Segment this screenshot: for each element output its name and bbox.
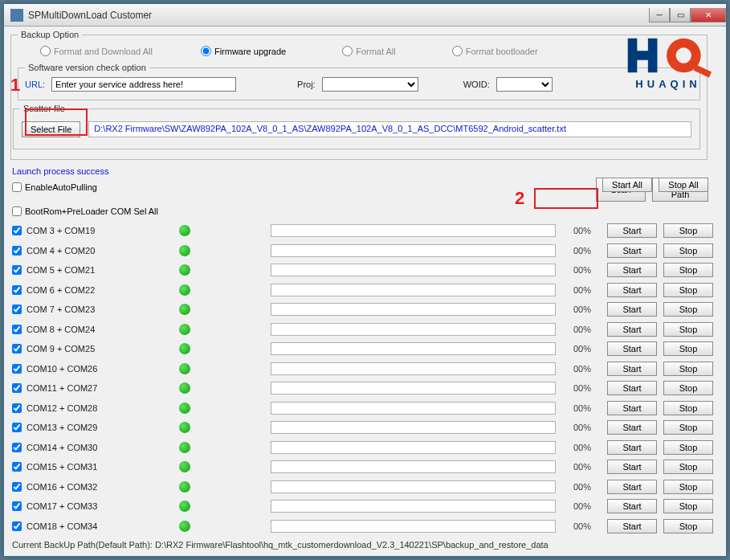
com-checkbox[interactable] (12, 344, 22, 354)
progress-field (271, 244, 556, 257)
start-button[interactable]: Start (607, 401, 657, 415)
start-button[interactable]: Start (607, 302, 657, 317)
radio-input[interactable] (342, 46, 353, 56)
radio-firmware-upgrade[interactable]: Firmware upgrade (201, 46, 286, 56)
radio-format-download-all[interactable]: Format and Download All (40, 46, 153, 56)
stop-button[interactable]: Stop (663, 302, 713, 317)
com-label: COM 9 + COM25 (27, 344, 179, 354)
start-button[interactable]: Start (607, 263, 657, 277)
backup-option-group: Backup Option Format and Download All Fi… (10, 30, 708, 160)
stop-button[interactable]: Stop (663, 243, 713, 258)
status-dot-icon (179, 284, 190, 296)
com-row: COM 7 + COM2300%StartStop (10, 300, 720, 320)
com-row: COM16 + COM3200%StartStop (10, 477, 720, 497)
bootrom-label: BootRom+PreLoader COM Sel All (25, 206, 158, 216)
com-checkbox[interactable] (12, 305, 22, 314)
com-row: COM 8 + COM2400%StartStop (10, 320, 720, 340)
minimize-button[interactable]: ─ (649, 8, 670, 22)
com-label: COM15 + COM31 (27, 462, 179, 472)
com-checkbox[interactable] (12, 265, 22, 275)
percent-label: 00% (559, 325, 591, 334)
select-file-button[interactable]: Select File (22, 121, 80, 137)
com-checkbox[interactable] (12, 383, 22, 393)
stop-button[interactable]: Stop (663, 223, 713, 238)
com-label: COM 7 + COM23 (27, 305, 179, 314)
com-checkbox[interactable] (12, 226, 22, 235)
com-checkbox[interactable] (12, 482, 22, 492)
com-checkbox[interactable] (12, 462, 22, 472)
stop-button[interactable]: Stop (663, 519, 713, 533)
stop-button[interactable]: Stop (663, 401, 713, 415)
start-button[interactable]: Start (607, 243, 657, 258)
progress-field (271, 480, 556, 493)
start-button[interactable]: Start (607, 223, 657, 238)
com-checkbox[interactable] (12, 423, 22, 432)
stop-button[interactable]: Stop (663, 420, 713, 435)
proj-select[interactable] (322, 77, 418, 92)
stop-all-button[interactable]: Stop All (659, 178, 708, 192)
progress-field (271, 264, 556, 276)
svg-rect-0 (694, 65, 712, 78)
start-button[interactable]: Start (607, 322, 657, 337)
com-checkbox[interactable] (12, 403, 22, 413)
radio-format-bootloader[interactable]: Format bootloader (452, 46, 538, 56)
percent-label: 00% (559, 443, 591, 452)
stop-button[interactable]: Stop (663, 283, 713, 297)
status-text: Launch process success (10, 163, 720, 179)
com-label: COM 5 + COM21 (27, 265, 179, 275)
start-button[interactable]: Start (607, 519, 657, 533)
com-checkbox[interactable] (12, 443, 22, 452)
com-checkbox[interactable] (12, 364, 22, 374)
start-button[interactable]: Start (607, 480, 657, 494)
stop-button[interactable]: Stop (663, 440, 713, 455)
com-checkbox[interactable] (12, 246, 22, 255)
stop-button[interactable]: Stop (663, 499, 713, 513)
progress-field (271, 500, 556, 513)
start-button[interactable]: Start (607, 381, 657, 395)
progress-field (271, 520, 556, 533)
stop-button[interactable]: Stop (663, 480, 713, 494)
progress-field (271, 362, 556, 375)
start-button[interactable]: Start (607, 499, 657, 513)
start-button[interactable]: Start (607, 341, 657, 356)
scatter-path-field[interactable]: D:\RX2 Firmware\SW\ZAW892PA_102A_V8_0_1_… (88, 121, 691, 137)
com-checkbox[interactable] (12, 325, 22, 334)
com-checkbox[interactable] (12, 521, 22, 531)
start-button[interactable]: Start (607, 362, 657, 376)
stop-button[interactable]: Stop (663, 263, 713, 277)
stop-button[interactable]: Stop (663, 460, 713, 474)
start-button[interactable]: Start (607, 440, 657, 455)
com-label: COM 6 + COM22 (27, 285, 179, 295)
stop-button[interactable]: Stop (663, 381, 713, 395)
com-checkbox[interactable] (12, 285, 22, 295)
percent-label: 00% (559, 246, 591, 255)
stop-button[interactable]: Stop (663, 362, 713, 376)
radio-format-all[interactable]: Format All (342, 46, 396, 56)
enable-auto-pulling-checkbox[interactable] (12, 182, 22, 192)
progress-field (271, 441, 556, 454)
radio-input[interactable] (40, 46, 51, 56)
com-checkbox[interactable] (12, 501, 22, 511)
stop-button[interactable]: Stop (663, 322, 713, 337)
stop-button[interactable]: Stop (663, 341, 713, 356)
start-button[interactable]: Start (607, 283, 657, 297)
url-input[interactable] (51, 77, 236, 92)
close-button[interactable]: ✕ (691, 8, 726, 22)
status-dot-icon (179, 245, 190, 256)
start-all-button[interactable]: Start All (602, 178, 652, 192)
radio-input[interactable] (452, 46, 463, 56)
maximize-button[interactable]: ▭ (670, 8, 691, 22)
start-button[interactable]: Start (607, 460, 657, 474)
com-label: COM10 + COM26 (27, 364, 179, 374)
com-label: COM12 + COM28 (27, 403, 179, 413)
url-label: URL: (25, 80, 45, 89)
percent-label: 00% (559, 226, 591, 235)
radio-input[interactable] (201, 46, 211, 56)
com-row: COM11 + COM2700%StartStop (10, 378, 720, 399)
com-row: COM13 + COM2900%StartStop (10, 418, 720, 438)
software-version-group: Software version check option URL: Proj:… (18, 63, 700, 100)
bootrom-sel-all-checkbox[interactable] (12, 206, 22, 216)
woid-select[interactable] (496, 77, 553, 92)
progress-field (271, 421, 556, 434)
start-button[interactable]: Start (607, 420, 657, 435)
